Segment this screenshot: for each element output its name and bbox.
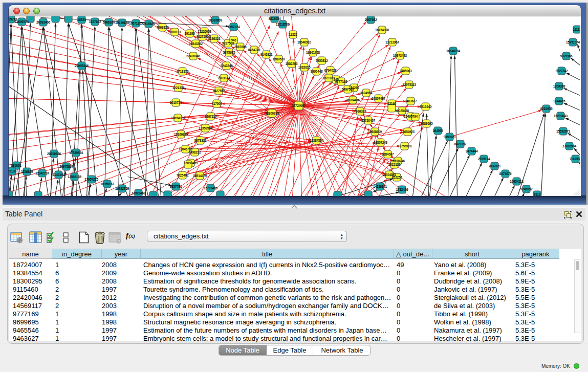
svg-text:2718176: 2718176 [177,70,189,73]
svg-text:9227342: 9227342 [556,69,568,73]
svg-text:2803144: 2803144 [218,76,230,80]
svg-text:20053346: 20053346 [75,64,89,68]
svg-text:8990448: 8990448 [311,70,323,73]
svg-text:10025488: 10025488 [395,109,409,113]
svg-text:9358921: 9358921 [444,135,456,139]
svg-text:1733426: 1733426 [396,188,408,191]
svg-text:891295: 891295 [184,32,195,35]
svg-text:14055724: 14055724 [15,20,29,24]
svg-text:2087682: 2087682 [365,18,377,21]
svg-text:10807487: 10807487 [372,97,385,100]
svg-text:3875685: 3875685 [223,51,235,54]
svg-text:20975867: 20975867 [59,165,73,168]
svg-text:15720407: 15720407 [361,119,375,122]
svg-text:18807249: 18807249 [374,141,387,144]
svg-text:16648784: 16648784 [446,49,460,53]
svg-text:12923468: 12923468 [132,191,145,195]
svg-text:1582203: 1582203 [286,62,298,65]
svg-text:6497568: 6497568 [342,87,354,91]
svg-text:6794028: 6794028 [324,69,337,72]
svg-text:15495794: 15495794 [404,115,418,118]
svg-text:19654925: 19654925 [171,116,185,120]
svg-text:16154808: 16154808 [375,28,389,32]
svg-text:9684067: 9684067 [382,152,394,156]
svg-text:8454749: 8454749 [248,48,260,52]
svg-text:12213967: 12213967 [385,40,399,44]
svg-text:8160123: 8160123 [169,30,181,34]
svg-text:11325: 11325 [289,33,297,36]
svg-text:16033809: 16033809 [208,18,222,22]
svg-text:8813054: 8813054 [269,17,281,20]
svg-text:10671355: 10671355 [129,21,143,25]
svg-text:10719155: 10719155 [115,21,129,25]
svg-text:22420046: 22420046 [186,54,200,58]
svg-text:10958167: 10958167 [100,182,114,186]
svg-text:10973493: 10973493 [393,54,407,57]
svg-text:19218506: 19218506 [276,23,290,26]
svg-text:6966160: 6966160 [103,20,115,24]
svg-text:417004: 417004 [211,102,222,105]
svg-text:252254: 252254 [391,176,402,179]
svg-text:1615132: 1615132 [388,163,401,166]
svg-text:18300295: 18300295 [265,112,279,115]
svg-text:39139: 39139 [9,169,17,173]
svg-text:9242848: 9242848 [221,64,233,68]
svg-text:6479197: 6479197 [454,142,467,146]
svg-text:9329966: 9329966 [560,54,573,58]
svg-text:9857791: 9857791 [170,185,182,188]
svg-text:15692971: 15692971 [556,129,570,133]
svg-text:8678332: 8678332 [194,139,207,142]
svg-text:2935114: 2935114 [478,157,490,161]
svg-text:12942737: 12942737 [35,171,49,175]
svg-text:15226058: 15226058 [198,30,211,33]
svg-text:1167533: 1167533 [570,157,580,161]
svg-text:15716485: 15716485 [204,186,217,190]
svg-text:18640910: 18640910 [297,40,311,44]
svg-text:1527602: 1527602 [89,20,101,24]
svg-text:16120746: 16120746 [391,159,405,163]
svg-text:7485063: 7485063 [400,69,412,73]
svg-text:9777169: 9777169 [335,80,347,83]
svg-text:7632621: 7632621 [489,164,501,168]
svg-text:9327508: 9327508 [222,41,234,45]
svg-text:17359924: 17359924 [69,151,83,155]
svg-text:16914479: 16914479 [193,174,207,178]
svg-text:3624554: 3624554 [360,91,373,95]
svg-text:10654112: 10654112 [510,180,524,183]
svg-text:18851: 18851 [77,18,86,21]
svg-text:1221336: 1221336 [172,86,185,90]
svg-text:8186323: 8186323 [208,37,221,40]
svg-text:8427552: 8427552 [213,89,225,93]
svg-text:1362615: 1362615 [298,65,311,69]
svg-text:16782759: 16782759 [115,187,129,190]
svg-text:2867608: 2867608 [234,45,247,49]
svg-text:7986322: 7986322 [354,110,366,113]
svg-text:16961758: 16961758 [306,51,320,54]
svg-text:1588520: 1588520 [273,57,285,61]
svg-text:62160: 62160 [387,102,396,105]
svg-text:8215955: 8215955 [540,107,553,111]
svg-text:19166825: 19166825 [174,133,188,136]
svg-text:9515440: 9515440 [420,105,432,108]
svg-text:7663822: 7663822 [157,26,169,29]
svg-text:12505135: 12505135 [68,175,81,179]
svg-text:1156829: 1156829 [21,170,33,173]
svg-text:546: 546 [231,38,236,42]
svg-text:9474444: 9474444 [466,149,478,153]
svg-text:16543362: 16543362 [189,42,203,46]
svg-text:19654923: 19654923 [401,130,415,134]
svg-text:8471676: 8471676 [499,172,512,176]
svg-text:7357224: 7357224 [228,25,240,29]
svg-text:7955812: 7955812 [316,59,328,62]
svg-text:14136141: 14136141 [373,185,387,188]
svg-text:7625402: 7625402 [177,173,189,177]
svg-text:1209388: 1209388 [553,84,565,88]
svg-text:1498222: 1498222 [189,150,201,154]
svg-text:1010755: 1010755 [170,101,182,104]
svg-text:20691406: 20691406 [36,20,50,24]
svg-text:164095: 164095 [432,129,443,133]
svg-text:12353594: 12353594 [199,126,212,130]
svg-text:1145194: 1145194 [53,173,65,177]
svg-text:10688609: 10688609 [368,130,382,134]
svg-text:17957225: 17957225 [84,178,98,181]
